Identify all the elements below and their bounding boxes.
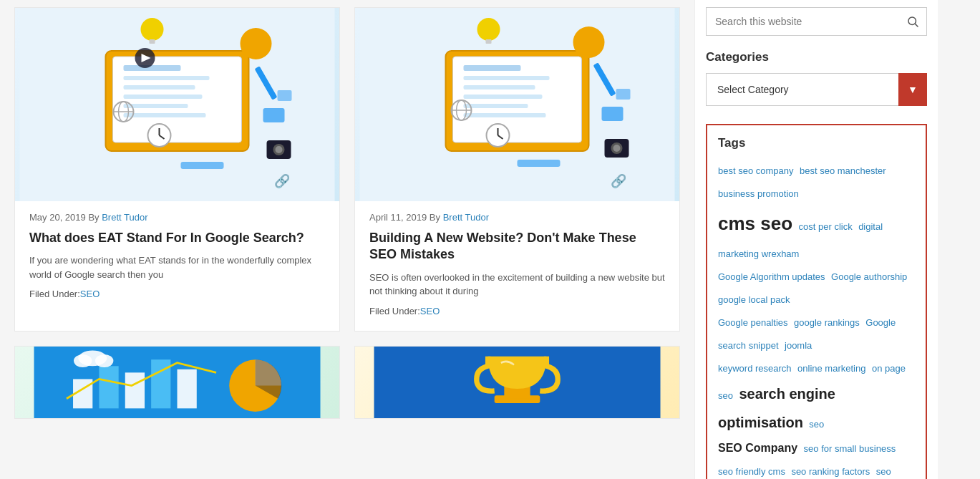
search-button[interactable]: [899, 8, 926, 35]
post-by-2: By: [430, 212, 443, 223]
tag-best-seo-manchester[interactable]: best seo manchester: [800, 165, 886, 176]
svg-line-73: [915, 24, 918, 26]
category-select-wrapper: Select Category SEO Web Design Digital M…: [706, 73, 927, 106]
svg-point-43: [477, 18, 500, 41]
tag-seo-ranking-factors[interactable]: seo ranking factors: [791, 466, 870, 477]
svg-rect-36: [464, 113, 546, 117]
post-excerpt-1: If you are wondering what EAT stands for…: [29, 253, 325, 281]
post-title-1: What does EAT Stand For In Google Search…: [29, 230, 325, 246]
svg-rect-56: [518, 160, 561, 167]
sidebar: Categories Select Category SEO Web Desig…: [694, 0, 938, 479]
svg-rect-5: [124, 85, 195, 89]
post-author-link-1[interactable]: Brett Tudor: [102, 212, 147, 223]
post-date-2: April 11, 2019: [369, 212, 427, 223]
post-category-link-2[interactable]: SEO: [420, 306, 440, 316]
svg-rect-4: [124, 76, 210, 80]
post-title-2: Building A New Website? Don't Make These…: [369, 230, 665, 263]
tag-seo-company[interactable]: SEO Company: [718, 442, 797, 454]
tag-google-penalties[interactable]: Google penalties: [718, 317, 788, 328]
categories-section: Categories Select Category SEO Web Desig…: [706, 50, 927, 106]
svg-rect-34: [464, 95, 543, 99]
svg-rect-13: [150, 39, 155, 44]
svg-point-12: [141, 18, 164, 41]
post-content-2: April 11, 2019 By Brett Tudor Building A…: [355, 201, 679, 331]
post-filed-1: Filed Under:SEO: [29, 289, 325, 299]
tags-cloud: best seo company best seo manchester bus…: [718, 159, 915, 479]
post-date-1: May 20, 2019: [29, 212, 86, 223]
post-card-4: [354, 346, 680, 419]
tag-seo[interactable]: seo: [809, 419, 824, 430]
category-select[interactable]: Select Category SEO Web Design Digital M…: [706, 73, 927, 106]
tag-business-promotion[interactable]: business promotion: [718, 188, 799, 199]
tag-online-marketing[interactable]: online marketing: [797, 363, 865, 374]
svg-point-41: [573, 26, 605, 58]
post-image-3: [15, 347, 339, 418]
tag-seo-small-business[interactable]: seo for small business: [804, 443, 896, 454]
post-excerpt-2: SEO is often overlooked in the excitemen…: [369, 271, 665, 299]
tag-google-algorithm[interactable]: Google Algorithm updates: [718, 271, 825, 282]
svg-rect-6: [124, 95, 203, 99]
svg-text:🔗: 🔗: [274, 173, 291, 189]
post-card-3: [14, 346, 340, 419]
search-box: [706, 7, 927, 36]
post-image-4: [355, 347, 679, 418]
post-card-2: 🔗 April 11, 2019 By Brett Tudor Building…: [354, 7, 680, 332]
svg-point-54: [613, 145, 621, 152]
svg-rect-26: [263, 108, 285, 122]
tag-cms-seo[interactable]: cms seo: [718, 213, 792, 234]
post-content-1: May 20, 2019 By Brett Tudor What does EA…: [15, 201, 339, 314]
tag-joomla[interactable]: joomla: [785, 340, 812, 351]
svg-rect-8: [124, 113, 206, 117]
svg-rect-61: [99, 366, 118, 408]
tags-section: Tags best seo company best seo mancheste…: [706, 124, 927, 479]
post-filed-2: Filed Under:SEO: [369, 306, 665, 316]
tag-google-local-pack[interactable]: google local pack: [718, 294, 790, 305]
post-category-link-1[interactable]: SEO: [80, 289, 100, 299]
svg-rect-64: [178, 369, 197, 409]
svg-rect-27: [278, 90, 292, 101]
post-author-link-2[interactable]: Brett Tudor: [443, 212, 489, 223]
svg-point-11: [241, 28, 272, 59]
svg-rect-62: [125, 372, 145, 408]
svg-rect-32: [464, 76, 550, 80]
post-meta-1: May 20, 2019 By Brett Tudor: [29, 212, 325, 223]
tag-google-rankings[interactable]: google rankings: [794, 317, 860, 328]
filed-under-label-2: Filed Under:: [369, 306, 420, 316]
svg-rect-33: [464, 85, 535, 89]
post-by-1: By: [88, 212, 102, 223]
svg-rect-3: [124, 65, 181, 71]
post-card-1: 🔗 May 20, 2019 By Brett Tudor What does …: [14, 7, 340, 332]
tag-cost-per-click[interactable]: cost per click: [799, 221, 853, 232]
svg-rect-25: [181, 162, 224, 169]
svg-rect-35: [464, 104, 528, 108]
svg-point-23: [276, 146, 283, 153]
filed-under-label-1: Filed Under:: [29, 289, 80, 299]
post-image-1: 🔗: [15, 8, 339, 201]
svg-point-72: [908, 17, 916, 25]
svg-rect-57: [602, 107, 624, 121]
svg-rect-31: [464, 65, 521, 71]
posts-grid: 🔗 May 20, 2019 By Brett Tudor What does …: [14, 7, 680, 419]
tag-seo-friendly-cms[interactable]: seo friendly cms: [718, 466, 785, 477]
post-image-2: 🔗: [355, 8, 679, 201]
svg-rect-58: [616, 89, 631, 100]
tags-title: Tags: [718, 136, 915, 150]
svg-point-68: [95, 354, 113, 367]
svg-point-67: [74, 354, 92, 367]
main-content: 🔗 May 20, 2019 By Brett Tudor What does …: [0, 0, 694, 479]
tag-best-seo-company[interactable]: best seo company: [718, 165, 794, 176]
search-input[interactable]: [707, 9, 899, 34]
svg-text:🔗: 🔗: [611, 173, 627, 189]
svg-rect-44: [486, 39, 492, 44]
post-meta-2: April 11, 2019 By Brett Tudor: [369, 212, 665, 223]
tag-keyword-research[interactable]: keyword research: [718, 363, 792, 374]
categories-title: Categories: [706, 50, 927, 64]
tag-google-authorship[interactable]: Google authorship: [831, 271, 907, 282]
